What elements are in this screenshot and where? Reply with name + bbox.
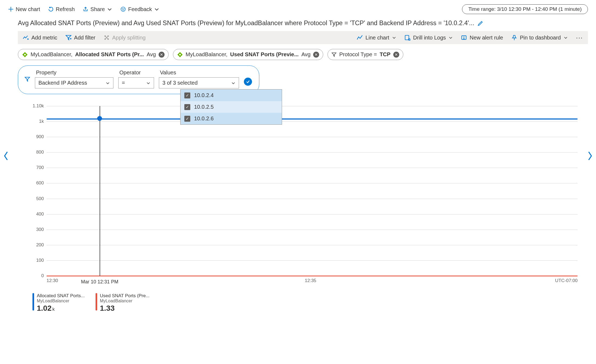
filter-pill-value: TCP [380,51,391,58]
filter-pill-protocol[interactable]: Protocol Type = TCP ✕ [328,49,403,60]
values-select[interactable]: 3 of 3 selected [159,77,239,88]
chevron-down-icon [392,35,396,40]
values-dropdown: ✓ 10.0.2.4 ✓ 10.0.2.5 ✓ 10.0.2.6 [180,89,282,125]
filter-editor: Property Backend IP Address Operator = V… [18,65,588,94]
gridline [47,152,578,153]
pin-dashboard-button[interactable]: Pin to dashboard [511,35,568,41]
add-metric-icon [23,35,29,41]
pill-resource: MyLoadBalancer, [31,51,73,58]
prev-time-button[interactable] [2,151,10,162]
add-filter-label: Add filter [74,35,96,41]
chart-type-button[interactable]: Line chart [357,35,396,41]
pin-dashboard-label: Pin to dashboard [520,35,561,41]
series-line-allocated [47,118,578,120]
pill-aggregation: Avg [147,51,156,58]
new-alert-button[interactable]: New alert rule [461,35,503,41]
apply-splitting-button[interactable]: Apply splitting [104,35,146,41]
legend-item-allocated[interactable]: Allocated SNAT Ports... MyLoadBalancer 1… [32,293,85,313]
remove-pill-icon[interactable]: ✕ [393,52,399,58]
y-tick-label: 700 [36,165,44,170]
svg-point-24 [24,54,26,55]
property-value: Backend IP Address [38,80,87,86]
legend-color-swatch [32,293,34,310]
checkbox-checked-icon: ✓ [184,116,190,122]
refresh-button[interactable]: Refresh [48,6,75,12]
checkbox-checked-icon: ✓ [184,104,190,110]
gridline [47,183,578,183]
property-label: Property [36,70,113,76]
refresh-label: Refresh [56,6,75,12]
feedback-label: Feedback [128,6,152,12]
new-chart-button[interactable]: New chart [8,6,40,12]
chevron-down-icon [231,81,235,85]
share-button[interactable]: Share [83,6,112,12]
dropdown-option[interactable]: ✓ 10.0.2.6 [181,113,282,124]
gridline [47,245,578,245]
y-tick-label: 200 [36,242,44,248]
legend-item-used[interactable]: Used SNAT Ports (Pre... MyLoadBalancer 1… [96,293,150,313]
operator-label: Operator [119,70,154,76]
pill-resource: MyLoadBalancer, [186,51,228,58]
dropdown-option[interactable]: ✓ 10.0.2.5 [181,101,282,113]
add-metric-label: Add metric [31,35,57,41]
pill-metric: Used SNAT Ports (Previe... [230,51,299,58]
ellipsis-icon: ··· [576,34,583,41]
legend-series-resource: MyLoadBalancer [37,299,85,303]
metric-pill-allocated[interactable]: MyLoadBalancer, Allocated SNAT Ports (Pr… [18,49,169,60]
dropdown-option-label: 10.0.2.4 [194,92,214,98]
add-filter-icon [66,35,71,41]
dropdown-option-label: 10.0.2.6 [194,115,214,122]
y-tick-label: 100 [36,258,44,263]
dropdown-option-label: 10.0.2.5 [194,104,214,110]
chevron-down-icon [106,81,110,85]
y-tick-label: 1.10k [32,103,44,109]
next-time-button[interactable] [586,151,594,162]
pill-metric: Allocated SNAT Ports (Pr... [75,51,144,58]
metric-pill-used[interactable]: MyLoadBalancer, Used SNAT Ports (Previe.… [173,49,323,60]
drill-logs-button[interactable]: Drill into Logs [404,35,453,41]
property-select[interactable]: Backend IP Address [35,77,113,88]
legend-series-name: Used SNAT Ports (Pre... [100,293,150,299]
share-label: Share [90,6,105,12]
new-chart-label: New chart [16,6,40,12]
apply-filter-button[interactable] [244,78,252,86]
more-button[interactable]: ··· [576,34,583,41]
y-tick-label: 900 [36,134,44,140]
time-range-selector[interactable]: Time range: 3/10 12:30 PM - 12:40 PM (1 … [462,4,588,14]
y-tick-label: 0 [41,273,44,279]
chart-plot[interactable]: 01002003004005006007008009001k1.10k [47,106,578,276]
svg-line-18 [410,40,410,41]
pill-aggregation: Avg [301,51,310,58]
svg-marker-28 [25,77,30,81]
edit-title-icon[interactable] [477,20,483,26]
plus-icon [8,6,14,12]
alert-icon [461,35,467,41]
page-title: Avg Allocated SNAT Ports (Preview) and A… [18,19,474,27]
gridline [47,260,578,261]
legend: Allocated SNAT Ports... MyLoadBalancer 1… [32,293,588,313]
gridline [47,106,578,106]
chevron-down-icon [146,81,150,85]
pill-row: MyLoadBalancer, Allocated SNAT Ports (Pr… [8,44,588,64]
feedback-button[interactable]: Feedback [120,6,159,12]
checkbox-checked-icon: ✓ [184,92,190,98]
operator-select[interactable]: = [118,77,154,88]
funnel-icon [25,77,30,82]
legend-series-name: Allocated SNAT Ports... [37,293,85,299]
gridline [47,137,578,137]
remove-pill-icon[interactable]: ✕ [159,52,165,58]
remove-pill-icon[interactable]: ✕ [313,52,319,58]
dropdown-option[interactable]: ✓ 10.0.2.4 [181,90,282,101]
add-filter-button[interactable]: Add filter [66,35,96,41]
values-value: 3 of 3 selected [162,80,198,86]
filter-pill-label: Protocol Type = [339,51,377,58]
svg-point-2 [121,7,125,11]
y-tick-label: 600 [36,180,44,186]
legend-series-resource: MyLoadBalancer [100,299,150,303]
y-tick-label: 800 [36,150,44,155]
series-line-used [47,276,578,276]
share-icon [83,6,88,12]
y-tick-label: 300 [36,227,44,232]
add-metric-button[interactable]: Add metric [23,35,57,41]
chevron-down-icon [154,6,159,12]
